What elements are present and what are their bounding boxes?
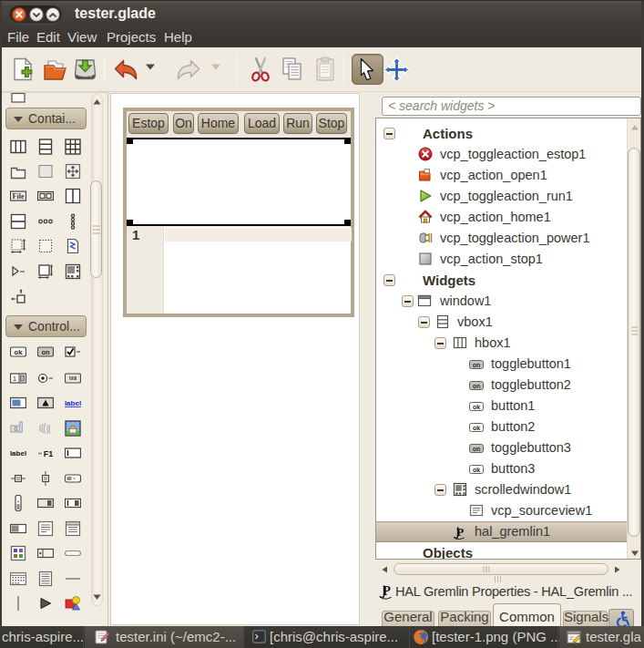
- svg-text:1: 1: [13, 375, 17, 383]
- svg-text:50: 50: [15, 477, 21, 481]
- svg-text:on: on: [473, 383, 481, 389]
- svg-text:on: on: [41, 348, 50, 356]
- svg-text:ok: ok: [15, 348, 24, 356]
- svg-text:File: File: [13, 192, 25, 201]
- svg-text:label: label: [65, 399, 81, 407]
- svg-text:label: label: [10, 449, 26, 458]
- svg-text:0.: 0.: [15, 426, 20, 432]
- svg-text:F1: F1: [44, 449, 54, 458]
- svg-text:on: on: [473, 362, 481, 368]
- svg-text:ok: ok: [473, 404, 480, 410]
- svg-text:ok: ok: [473, 425, 480, 431]
- svg-text:ok: ok: [473, 467, 480, 473]
- svg-text:on: on: [473, 446, 481, 452]
